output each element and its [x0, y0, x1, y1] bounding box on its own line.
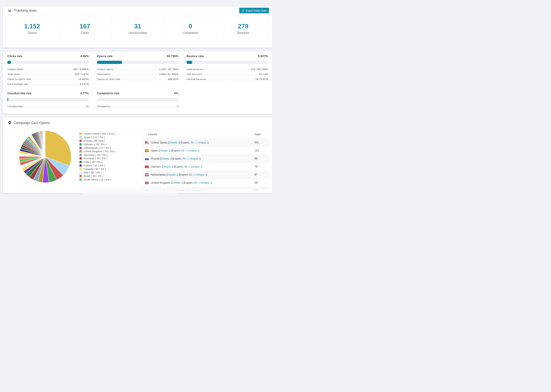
geo-opens-title-text: Campaign Geo Opens	[14, 121, 50, 125]
rate-stat-value: 31	[86, 105, 89, 108]
country-name: United Kingdom	[151, 181, 170, 184]
export-all-link[interactable]: All ›	[182, 157, 187, 160]
rate-stat-row: Complaints0	[97, 105, 178, 110]
export-all-link[interactable]: All ›	[191, 141, 195, 144]
dotted-leader	[112, 107, 176, 107]
details-link[interactable]: Details ›	[164, 189, 174, 192]
legend-item: Italy ( 36 / 2% )	[79, 171, 115, 175]
geo-table-row-nl: Netherlands [Details ›] [Export: All › /…	[142, 171, 269, 179]
rate-stat-row: Opens to clicks rate689.82%	[97, 78, 178, 83]
progress-bar-fill	[97, 61, 122, 64]
legend-swatch	[79, 154, 82, 156]
rates-card: Clicks rate4.46%Unique clicks167 / 4.456…	[3, 51, 273, 114]
export-unique-link[interactable]: Unique ›	[190, 157, 200, 160]
export-unique-link[interactable]: Unique ›	[198, 141, 208, 144]
legend-label: United States ( 541 / 31% )	[84, 132, 115, 135]
progress-bar-track	[97, 98, 178, 101]
export-label: Export:	[175, 165, 184, 168]
dotted-leader	[22, 75, 73, 75]
rate-section-value: 4.46%	[80, 55, 89, 58]
export-all-link[interactable]: All ›	[189, 173, 194, 176]
dotted-leader	[122, 80, 167, 80]
legend-label: South Africa ( 29 / 2% )	[84, 178, 111, 181]
rate-stat-value: 220 / 5.87%	[75, 73, 89, 76]
export-all-link[interactable]: All ›	[184, 165, 189, 168]
legend-swatch	[79, 132, 82, 135]
country-links: [Details ›] [Export: All › / Unique ›]	[159, 157, 201, 160]
export-all-link[interactable]: All ›	[185, 189, 190, 192]
export-unique-link[interactable]: Unique ›	[188, 149, 198, 152]
country-total: 59	[254, 181, 258, 184]
legend-item: France ( 42 / 2% )	[79, 164, 115, 167]
legend-swatch	[79, 161, 82, 163]
progress-bar-fill	[7, 98, 8, 101]
rate-section-head: Clicks rate4.46%	[7, 55, 89, 58]
gb-flag-icon	[145, 182, 149, 184]
details-link[interactable]: Details ›	[161, 157, 171, 160]
pie-legend: United States ( 541 / 31% )Spain ( 121 /…	[79, 132, 115, 181]
rate-stat-label: Unsubscribes	[7, 105, 23, 108]
country-name: United States	[151, 141, 167, 144]
export-basic-stats-button[interactable]: Export basic stats	[239, 8, 269, 13]
export-all-link[interactable]: All ›	[181, 149, 186, 152]
rate-section-rows: Unique clicks167 / 4.456%Total clicks220…	[7, 68, 89, 88]
rate-stat-value: 0	[177, 105, 178, 108]
rate-section-value: 0%	[174, 92, 178, 95]
rate-section-rows: Complaints0	[97, 105, 178, 110]
ru-flag-icon	[145, 158, 149, 160]
dashboard-page: { "colors": { "accent_teal": "#1a87a2", …	[0, 0, 276, 196]
rate-stat-row: Clicks to opens rate14.497%	[7, 78, 89, 83]
legend-label: Netherlands ( 67 / 4% )	[84, 147, 111, 149]
rate-stat-label: Unique opens	[97, 68, 113, 71]
progress-bar-track	[7, 61, 89, 64]
stat-label: Complaints	[183, 31, 198, 35]
export-all-link[interactable]: All ›	[194, 181, 198, 184]
tracking-stats-card: Tracking stats Export basic stats 1,152O…	[3, 6, 273, 48]
stats-summary-row: 1,152Opens167Clicks31Unsubscribes0Compla…	[6, 17, 270, 40]
geo-table-rows: United States [Details ›] [Export: All ›…	[142, 139, 269, 193]
dotted-leader	[25, 107, 85, 107]
export-label: Export:	[181, 141, 190, 144]
rate-section-opens-rate: Opens rate30.736%Unique opens1,152 / 30.…	[97, 55, 178, 88]
geo-pie-chart	[18, 129, 72, 184]
rate-section-value: 6.927%	[258, 55, 268, 58]
details-link[interactable]: Details ›	[160, 149, 170, 152]
country-column-header: Country	[148, 133, 157, 136]
rate-section-rows: Hard bounces242 / 86.738%Soft bounces18 …	[186, 68, 268, 83]
stat-value: 279	[238, 23, 249, 30]
rate-stat-row: Soft bounces18 / 0%	[186, 73, 268, 78]
rate-stat-value: 4.147%	[80, 83, 89, 86]
geo-table: Country Total United States [Details ›] …	[142, 130, 269, 193]
details-link[interactable]: Details ›	[162, 165, 172, 168]
legend-swatch	[79, 168, 82, 170]
legend-item: United Kingdom ( 59 / 3% )	[79, 150, 115, 153]
rate-stat-row: Total opens2,303 / 61.446%	[97, 73, 178, 78]
progress-bar-track	[97, 61, 178, 64]
legend-label: Brazil ( 33 / 2% )	[84, 175, 103, 177]
legend-swatch	[79, 139, 82, 142]
export-label: Export:	[172, 149, 181, 152]
legend-swatch	[79, 178, 82, 181]
country-name: Germany	[151, 189, 162, 192]
country-total: 55	[254, 189, 258, 192]
stat-value: 31	[134, 23, 141, 30]
rate-stat-row: Total clicks220 / 5.87%	[7, 73, 89, 78]
country-total: 79	[254, 165, 258, 168]
stat-value: 167	[80, 23, 90, 30]
country-links: [Details ›] [Export: All › / Unique ›]	[170, 181, 212, 184]
stat-label: Opens	[28, 31, 37, 35]
geo-table-row-us: United States [Details ›] [Export: All ›…	[142, 139, 269, 147]
rate-stat-row: Click through rate4.147%	[7, 83, 89, 88]
export-label: Export:	[179, 173, 188, 176]
export-unique-link[interactable]: Unique ›	[192, 189, 203, 192]
details-link[interactable]: Details ›	[172, 181, 182, 184]
details-link[interactable]: Details ›	[167, 173, 177, 176]
stat-value: 0	[189, 23, 192, 30]
dotted-leader	[25, 70, 72, 70]
export-unique-link[interactable]: Unique ›	[191, 165, 201, 168]
export-unique-link[interactable]: Unique ›	[201, 181, 211, 184]
details-link[interactable]: Details ›	[169, 141, 179, 144]
progress-bar-track	[186, 61, 268, 64]
country-links: [Details ›] [Export: All › / Unique ›]	[158, 149, 199, 152]
export-unique-link[interactable]: Unique ›	[196, 173, 206, 176]
